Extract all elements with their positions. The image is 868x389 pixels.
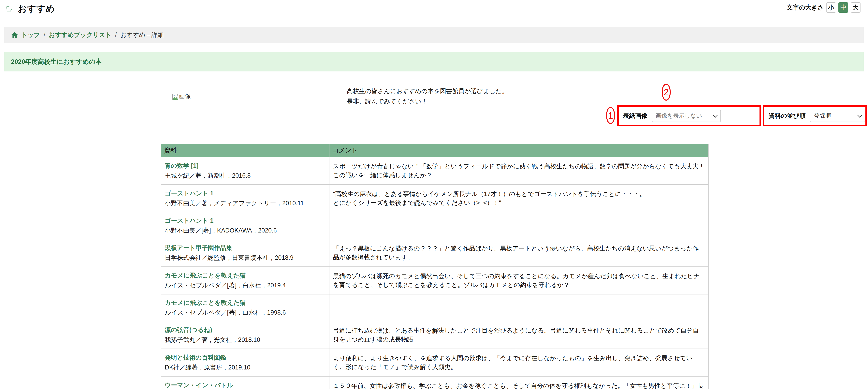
table-row: ウーマン・イン・バトル マルタ・ブレーン／文，合同出版，2019.7 １５０年前… [161,377,708,389]
table-row: 青の数学 [1] 王城夕紀／著，新潮社，2016.8 スポーツだけが青春じゃない… [161,157,708,184]
broken-image-icon [172,94,179,100]
page-title: おすすめ [18,3,55,14]
material-cell: ゴーストハント 1 小野不由美／[著]，KADOKAWA，2020.6 [161,212,329,239]
comment-cell: 弓道に打ち込む凜は、とある事件を解決したことで注目を浴びるようになる。弓道に関わ… [329,321,708,349]
book-author-publisher: 王城夕紀／著，新潮社，2016.8 [165,172,326,179]
book-title-link[interactable]: ゴーストハント 1 [165,217,213,224]
sort-order-control-highlight: 資料の並び順 登録順 [763,106,867,126]
book-title-link[interactable]: カモメに飛ぶことを教えた猫 [165,272,246,279]
chevron-down-icon [713,113,717,118]
text-size-label: 文字の大きさ [787,3,824,12]
book-title-link[interactable]: 発明と技術の百科図鑑 [165,354,226,361]
book-title-link[interactable]: 青の数学 [1] [165,162,198,169]
text-size-medium-button[interactable]: 中 [838,2,848,12]
image-alt-text: 画像 [179,92,191,100]
intro-line: 是非、読んでみてください！ [347,96,508,107]
comment-cell [329,294,708,321]
table-row: ゴーストハント 1 小野不由美／著，メディアファクトリー，2010.11 "高校… [161,184,708,212]
table-row: 発明と技術の百科図鑑 DK社／編著，原書房，2019.10 より便利に、より生き… [161,349,708,377]
book-title-link[interactable]: カモメに飛ぶことを教えた猫 [165,299,246,306]
material-cell: カモメに飛ぶことを教えた猫 ルイス・セプルベダ／[著]，白水社，2019.4 [161,267,329,294]
text-size-large-button[interactable]: 大 [850,2,861,12]
list-title: 2020年度高校生におすすめの本 [11,57,102,66]
table-row: カモメに飛ぶことを教えた猫 ルイス・セプルベダ／[著]，白水社，1998.6 [161,294,708,321]
text-size-small-button[interactable]: 小 [826,2,836,12]
cover-image-selected-value: 画像を表示しない [656,112,702,120]
cover-image-control-highlight: 表紙画像 画像を表示しない [617,106,761,126]
breadcrumb-current-page: おすすめ－詳細 [120,31,164,39]
comment-cell: 「えっ？黒板にこんな描けるの？？？」と驚く作品ばかり。黒板アートという儚いながら… [329,239,708,267]
intro-line: 高校生の皆さんにおすすめの本を図書館員が選びました。 [347,86,508,96]
pointing-hand-icon: ☞ [5,3,15,14]
table-row: ゴーストハント 1 小野不由美／[著]，KADOKAWA，2020.6 [161,212,708,239]
material-cell: ウーマン・イン・バトル マルタ・ブレーン／文，合同出版，2019.7 [161,377,329,389]
column-header-comment: コメント [329,144,708,157]
breadcrumb: トップ / おすすめブックリスト / おすすめ－詳細 [4,27,864,43]
book-author-publisher: ルイス・セプルベダ／[著]，白水社，2019.4 [165,282,326,289]
book-author-publisher: DK社／編著，原書房，2019.10 [165,364,326,371]
breadcrumb-top-link[interactable]: トップ [21,31,40,39]
comment-cell: １５０年前、女性は参政権も、学ぶことも、お金を稼ぐことも、そして自分の体を守る権… [329,377,708,389]
annotation-circle-2: 2 [662,84,671,101]
text-size-control: 文字の大きさ 小 中 大 [787,2,861,12]
book-author-publisher: 小野不由美／[著]，KADOKAWA，2020.6 [165,227,326,234]
book-author-publisher: 小野不由美／著，メディアファクトリー，2010.11 [165,200,326,207]
material-cell: ゴーストハント 1 小野不由美／著，メディアファクトリー，2010.11 [161,184,329,212]
book-table-body: 青の数学 [1] 王城夕紀／著，新潮社，2016.8 スポーツだけが青春じゃない… [161,157,708,389]
material-cell: 発明と技術の百科図鑑 DK社／編著，原書房，2019.10 [161,349,329,377]
book-author-publisher: 日学株式会社／総監修，日東書院本社，2018.9 [165,254,326,261]
book-title-link[interactable]: ウーマン・イン・バトル [165,382,233,389]
table-row: 凜の弦音(つるね) 我孫子武丸／著，光文社，2018.10 弓道に打ち込む凜は、… [161,321,708,349]
comment-cell: より便利に、より生きやすく、を追求する人間の欲求は、「今までに存在しなかったもの… [329,349,708,377]
material-cell: 黒板アート甲子園作品集 日学株式会社／総監修，日東書院本社，2018.9 [161,239,329,267]
column-header-material: 資料 [161,144,329,157]
book-title-link[interactable]: 黒板アート甲子園作品集 [165,244,232,251]
book-author-publisher: 我孫子武丸／著，光文社，2018.10 [165,336,326,343]
sort-order-label: 資料の並び順 [769,112,805,120]
annotation-circle-1: 1 [606,107,615,124]
material-cell: 青の数学 [1] 王城夕紀／著，新潮社，2016.8 [161,157,329,184]
comment-cell [329,212,708,239]
comment-cell: "高校生の麻衣は、とある事情からイケメン所長ナル（17才！）のもとでゴーストハン… [329,184,708,212]
comment-cell: 黒猫のゾルバは瀕死のカモメと偶然出会い、そして三つの約束をすることになる。カモメ… [329,267,708,294]
cover-image-label: 表紙画像 [623,112,647,120]
list-image-placeholder: 画像 [172,92,191,100]
sort-order-select[interactable]: 登録順 [810,110,865,122]
book-title-link[interactable]: 凜の弦音(つるね) [165,326,212,333]
table-row: 黒板アート甲子園作品集 日学株式会社／総監修，日東書院本社，2018.9 「えっ… [161,239,708,267]
table-header-row: 資料 コメント [161,144,708,157]
book-title-link[interactable]: ゴーストハント 1 [165,190,213,197]
book-author-publisher: ルイス・セプルベダ／[著]，白水社，1998.6 [165,309,326,316]
recommendation-detail-page: { "title": "おすすめ", "text_size": { "label… [0,0,868,389]
sort-order-selected-value: 登録順 [814,112,831,120]
page-header: ☞ おすすめ [5,3,55,14]
breadcrumb-separator: / [43,31,45,38]
list-title-banner: 2020年度高校生におすすめの本 [4,52,864,71]
cover-image-select[interactable]: 画像を表示しない [652,110,721,122]
intro-text: 高校生の皆さんにおすすめの本を図書館員が選びました。 是非、読んでみてください！ [347,86,508,107]
breadcrumb-booklist-link[interactable]: おすすめブックリスト [49,31,112,39]
book-table: 資料 コメント 青の数学 [1] 王城夕紀／著，新潮社，2016.8 スポーツだ… [161,144,709,389]
home-icon [11,32,18,38]
breadcrumb-separator: / [115,31,117,38]
comment-cell: スポーツだけが青春じゃない！「数学」というフィールドで静かに熱く戦う高校生たちの… [329,157,708,184]
table-row: カモメに飛ぶことを教えた猫 ルイス・セプルベダ／[著]，白水社，2019.4 黒… [161,267,708,294]
chevron-down-icon [857,113,862,118]
material-cell: 凜の弦音(つるね) 我孫子武丸／著，光文社，2018.10 [161,321,329,349]
material-cell: カモメに飛ぶことを教えた猫 ルイス・セプルベダ／[著]，白水社，1998.6 [161,294,329,321]
